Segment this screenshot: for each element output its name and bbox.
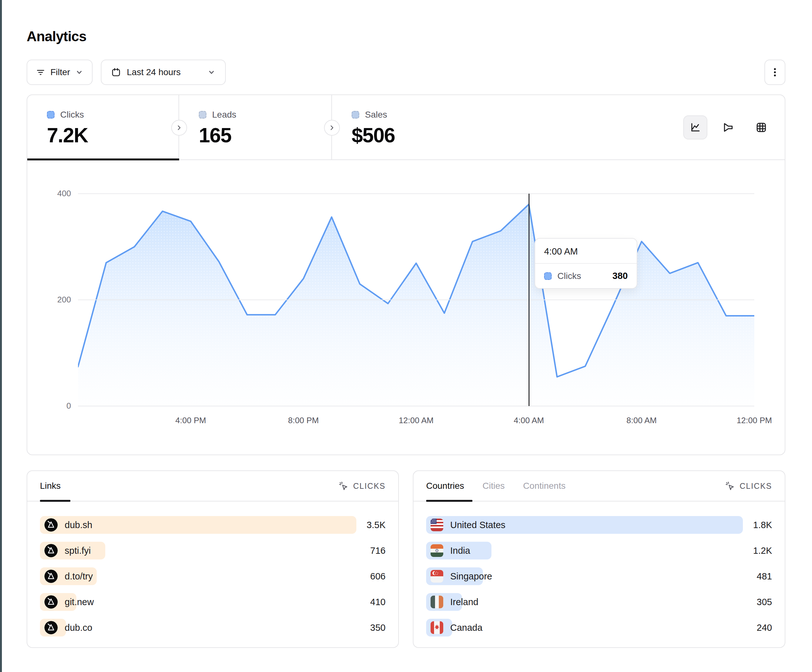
area-fill-texture bbox=[78, 205, 754, 406]
chevron-down-icon bbox=[75, 68, 84, 77]
country-row[interactable]: Singapore481 bbox=[426, 567, 772, 585]
filter-button[interactable]: Filter bbox=[27, 60, 92, 85]
tooltip-clicks-swatch bbox=[544, 272, 552, 280]
links-metric-label: CLICKS bbox=[353, 481, 386, 491]
geo-metric-label: CLICKS bbox=[740, 481, 772, 491]
country-row[interactable]: Ireland305 bbox=[426, 593, 772, 611]
clicks-time-series-chart[interactable]: 4:00 AM Clicks 380 02004004:00 PM8:00 PM… bbox=[78, 194, 754, 406]
more-options-button[interactable] bbox=[764, 60, 785, 85]
links-list: dub.sh3.5Kspti.fyi716d.to/try606git.new4… bbox=[27, 501, 398, 636]
hover-crosshair bbox=[529, 194, 529, 406]
dub-logo-icon bbox=[44, 595, 58, 609]
sg-flag-icon bbox=[431, 570, 443, 583]
tooltip-series-label: Clicks bbox=[558, 271, 581, 281]
tab-continents[interactable]: Continents bbox=[523, 481, 566, 491]
y-axis-label-200: 200 bbox=[39, 295, 71, 305]
swap-clicks-leads-button[interactable] bbox=[171, 120, 187, 136]
link-row[interactable]: git.new410 bbox=[40, 593, 386, 611]
x-axis-label: 4:00 PM bbox=[175, 416, 206, 425]
link-row[interactable]: d.to/try606 bbox=[40, 567, 386, 585]
tab-links[interactable]: Links bbox=[40, 481, 61, 491]
leads-swatch bbox=[199, 111, 206, 119]
tooltip-time: 4:00 AM bbox=[535, 239, 637, 264]
link-row-label: dub.sh bbox=[65, 520, 92, 530]
link-row-value: 716 bbox=[370, 546, 386, 556]
link-row-label: d.to/try bbox=[65, 571, 93, 582]
country-row-label: India bbox=[450, 546, 470, 556]
geo-panel: Countries Cities Continents CLICKS bbox=[413, 471, 785, 648]
dub-logo-icon bbox=[44, 570, 58, 583]
funnel-view-button[interactable] bbox=[716, 115, 740, 140]
ie-flag-icon bbox=[431, 595, 443, 608]
line-chart-view-button[interactable] bbox=[683, 115, 707, 140]
tab-leads[interactable]: Leads 165 bbox=[179, 95, 332, 159]
chevron-right-icon bbox=[329, 125, 335, 131]
filter-icon bbox=[36, 68, 45, 77]
sales-swatch bbox=[351, 111, 359, 119]
page-title: Analytics bbox=[27, 29, 785, 44]
ca-flag-icon bbox=[431, 621, 443, 634]
link-row-value: 410 bbox=[370, 597, 386, 607]
country-row-label: United States bbox=[450, 520, 505, 530]
x-axis-label: 12:00 PM bbox=[737, 416, 772, 425]
line-chart-icon bbox=[689, 121, 702, 134]
dub-logo-icon bbox=[44, 518, 58, 532]
analytics-page: Analytics Filter Last 24 hours bbox=[27, 0, 785, 648]
country-row-value: 240 bbox=[757, 623, 772, 633]
breakdown-panels: Links CLICKS dub.sh3.5Kspti.fyi716d bbox=[27, 471, 785, 648]
link-row-value: 606 bbox=[370, 571, 386, 582]
toolbar: Filter Last 24 hours bbox=[27, 60, 785, 85]
active-tab-underline bbox=[27, 159, 179, 160]
tab-countries[interactable]: Countries bbox=[426, 481, 464, 491]
chevron-down-icon bbox=[207, 68, 216, 77]
geo-metric-selector[interactable]: CLICKS bbox=[725, 481, 772, 491]
filter-button-label: Filter bbox=[50, 67, 70, 77]
tab-sales[interactable]: Sales $506 bbox=[332, 95, 484, 159]
dub-logo-icon bbox=[44, 621, 58, 634]
x-axis-label: 4:00 AM bbox=[513, 416, 544, 425]
links-panel: Links CLICKS dub.sh3.5Kspti.fyi716d bbox=[27, 471, 399, 648]
clicks-label: Clicks bbox=[60, 110, 84, 120]
country-row[interactable]: United States1.8K bbox=[426, 516, 772, 534]
link-row[interactable]: spti.fyi716 bbox=[40, 542, 386, 559]
country-row-value: 305 bbox=[757, 597, 772, 607]
in-flag-icon bbox=[431, 544, 443, 557]
countries-list: United States1.8KIndia1.2KSingapore481Ir… bbox=[413, 501, 785, 636]
gridline-y-200 bbox=[78, 300, 754, 300]
y-axis-label-400: 400 bbox=[39, 189, 71, 198]
table-view-button[interactable] bbox=[749, 115, 773, 140]
country-row-value: 481 bbox=[757, 571, 772, 582]
link-row-label: spti.fyi bbox=[65, 546, 91, 556]
table-grid-icon bbox=[755, 121, 768, 134]
link-row[interactable]: dub.co350 bbox=[40, 619, 386, 636]
x-axis-label: 8:00 AM bbox=[626, 416, 657, 425]
us-flag-icon bbox=[431, 518, 443, 531]
link-row-label: dub.co bbox=[65, 623, 92, 633]
cursor-click-icon bbox=[338, 481, 349, 491]
leads-value: 165 bbox=[199, 124, 331, 147]
leads-label: Leads bbox=[212, 110, 236, 120]
country-row-value: 1.8K bbox=[753, 520, 772, 530]
tab-clicks[interactable]: Clicks 7.2K bbox=[27, 95, 179, 159]
tooltip-value: 380 bbox=[612, 271, 628, 281]
country-row-value: 1.2K bbox=[753, 546, 772, 556]
kebab-menu-icon bbox=[770, 67, 780, 78]
links-metric-selector[interactable]: CLICKS bbox=[338, 481, 386, 491]
links-tab-underline bbox=[40, 500, 70, 502]
stats-tabs: Clicks 7.2K Leads 165 Sales $506 bbox=[27, 95, 785, 160]
analytics-card: Clicks 7.2K Leads 165 Sales $506 bbox=[27, 94, 785, 455]
cursor-click-icon bbox=[725, 481, 735, 491]
tab-cities[interactable]: Cities bbox=[483, 481, 505, 491]
date-range-label: Last 24 hours bbox=[127, 67, 181, 77]
x-axis-label: 12:00 AM bbox=[399, 416, 434, 425]
x-axis-label: 8:00 PM bbox=[288, 416, 319, 425]
swap-leads-sales-button[interactable] bbox=[324, 120, 340, 136]
gridline-y-0 bbox=[78, 406, 754, 406]
sales-label: Sales bbox=[365, 110, 387, 120]
date-range-button[interactable]: Last 24 hours bbox=[101, 60, 226, 85]
funnel-chart-icon bbox=[722, 121, 735, 134]
link-row-label: git.new bbox=[65, 597, 94, 607]
link-row[interactable]: dub.sh3.5K bbox=[40, 516, 386, 534]
country-row[interactable]: Canada240 bbox=[426, 619, 772, 636]
country-row[interactable]: India1.2K bbox=[426, 542, 772, 559]
